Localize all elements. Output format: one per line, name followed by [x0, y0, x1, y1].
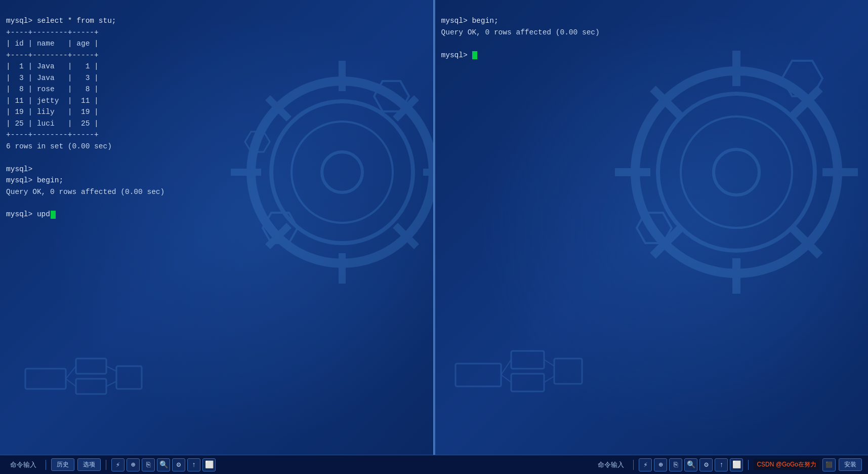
right-line-2: Query OK, 0 rows affected (0.00 sec) — [441, 28, 600, 36]
right-terminal-pane[interactable]: mysql> begin; Query OK, 0 rows affected … — [435, 0, 869, 455]
svg-rect-18 — [116, 366, 142, 389]
svg-rect-39 — [511, 374, 544, 391]
svg-rect-40 — [554, 359, 582, 384]
left-line-16: mysql> upd — [6, 210, 56, 218]
svg-line-44 — [544, 376, 554, 382]
search-icon-btn-left[interactable]: 🔍 — [157, 458, 170, 471]
gear-icon-btn-right[interactable]: ⚙ — [699, 458, 713, 471]
left-line-7: | 8 | rose | 8 | — [6, 85, 99, 93]
svg-rect-38 — [511, 351, 544, 369]
left-line-5: | 1 | Java | 1 | — [6, 62, 99, 70]
add-icon-btn-right[interactable]: ⊕ — [654, 458, 667, 471]
taskbar-right: 命令输入 ⚡ ⊕ ⎘ 🔍 ⚙ ↑ ⬜ CSDN @GoGo在努力 ⬛ 安装 — [434, 458, 869, 471]
window-icon-btn-right[interactable]: ⬜ — [730, 458, 743, 471]
left-line-8: | 11 | jetty | 11 | — [6, 97, 99, 105]
right-line-3: mysql> — [441, 51, 478, 59]
left-line-13: mysql> — [6, 165, 37, 173]
screen-icon-btn[interactable]: ⬛ — [822, 458, 836, 471]
left-line-3: | id | name | age | — [6, 40, 99, 48]
svg-line-19 — [66, 366, 76, 379]
left-line-14: mysql> begin; — [6, 176, 63, 184]
svg-line-21 — [106, 366, 116, 371]
left-line-12: 6 rows in set (0.00 sec) — [6, 142, 112, 150]
install-button[interactable]: 安装 — [839, 458, 862, 471]
svg-rect-17 — [76, 379, 106, 394]
right-line-1: mysql> begin; — [441, 17, 499, 25]
svg-line-42 — [501, 375, 511, 382]
left-line-4: +----+--------+-----+ — [6, 51, 99, 59]
copy-icon-btn-right[interactable]: ⎘ — [669, 458, 682, 471]
add-icon-btn-left[interactable]: ⊕ — [127, 458, 140, 471]
svg-line-22 — [106, 381, 116, 386]
pane-divider — [434, 0, 435, 455]
lightning-icon-btn-left[interactable]: ⚡ — [111, 458, 125, 471]
tb-icon-group-right: ⚡ ⊕ ⎘ 🔍 ⚙ ↑ ⬜ — [639, 458, 743, 471]
gear-icon-btn-left[interactable]: ⚙ — [172, 458, 185, 471]
tb-divider-3 — [633, 460, 634, 470]
left-terminal-pane[interactable]: mysql> select * from stu; +----+--------… — [0, 0, 434, 455]
svg-rect-16 — [76, 359, 106, 374]
svg-point-26 — [714, 149, 759, 195]
svg-line-20 — [66, 379, 76, 386]
taskbar: 命令输入 历史 选项 ⚡ ⊕ ⎘ 🔍 ⚙ ↑ ⬜ 命令输入 ⚡ ⊕ ⎘ 🔍 ⚙ … — [0, 455, 868, 474]
right-terminal-content: mysql> begin; Query OK, 0 rows affected … — [435, 0, 869, 76]
svg-rect-37 — [456, 364, 501, 386]
tb-icon-group-left: ⚡ ⊕ ⎘ 🔍 ⚙ ↑ ⬜ — [111, 458, 216, 471]
history-button[interactable]: 历史 — [51, 458, 74, 471]
left-line-2: +----+--------+-----+ — [6, 28, 99, 36]
svg-line-43 — [544, 360, 554, 366]
up-icon-btn-right[interactable]: ↑ — [715, 458, 728, 471]
left-line-6: | 3 | Java | 3 | — [6, 74, 99, 82]
up-icon-btn-left[interactable]: ↑ — [187, 458, 200, 471]
left-terminal-content: mysql> select * from stu; +----+--------… — [0, 0, 433, 235]
tb-divider-4 — [748, 460, 749, 470]
left-line-9: | 19 | lily | 19 | — [6, 108, 99, 116]
left-line-10: | 25 | luci | 25 | — [6, 120, 99, 128]
left-cmd-label: 命令输入 — [6, 460, 40, 469]
tb-divider-1 — [46, 460, 46, 470]
window-icon-btn-left[interactable]: ⬜ — [202, 458, 216, 471]
svg-line-41 — [501, 360, 511, 375]
copy-icon-btn-left[interactable]: ⎘ — [142, 458, 155, 471]
right-cmd-label: 命令输入 — [594, 460, 628, 469]
left-line-1: mysql> select * from stu; — [6, 17, 116, 25]
main-area: mysql> select * from stu; +----+--------… — [0, 0, 868, 455]
search-icon-btn-right[interactable]: 🔍 — [684, 458, 697, 471]
tb-divider-2 — [106, 460, 106, 470]
left-line-11: +----+--------+-----+ — [6, 131, 99, 139]
left-line-15: Query OK, 0 rows affected (0.00 sec) — [6, 188, 164, 196]
svg-rect-15 — [25, 369, 66, 389]
taskbar-left: 命令输入 历史 选项 ⚡ ⊕ ⎘ 🔍 ⚙ ↑ ⬜ — [0, 458, 434, 471]
lightning-icon-btn-right[interactable]: ⚡ — [639, 458, 652, 471]
csdn-badge: CSDN @GoGo在努力 — [754, 459, 819, 470]
options-button[interactable]: 选项 — [77, 458, 101, 471]
svg-point-25 — [681, 116, 792, 228]
